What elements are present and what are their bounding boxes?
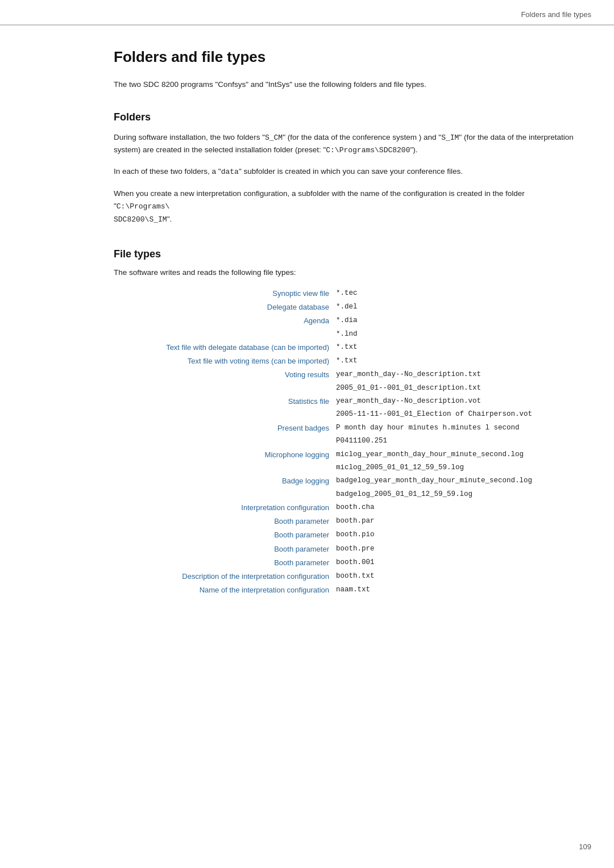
- page-header: Folders and file types: [0, 0, 614, 25]
- file-type-label: Statistics file: [114, 395, 336, 422]
- file-type-value: booth.001: [336, 556, 580, 570]
- filetypes-title: File types: [114, 248, 580, 260]
- file-type-label: Synoptic view file: [114, 287, 336, 301]
- folders-para-2: In each of these two folders, a "data" s…: [114, 165, 580, 178]
- file-type-value: 2005-11-11--001_01_Election of Chairpers…: [336, 408, 580, 421]
- table-row: Interpretation configurationbooth.cha: [114, 501, 580, 515]
- file-type-value: *.dia: [336, 314, 580, 327]
- folders-section: Folders During software installation, th…: [114, 111, 580, 226]
- table-row: Booth parameterbooth.pre: [114, 542, 580, 556]
- file-type-value: badgelog_year_month_day_hour_minute_seco…: [336, 474, 580, 487]
- file-type-value: booth.cha: [336, 501, 580, 515]
- file-type-value: 2005_01_01--001_01_description.txt: [336, 382, 580, 395]
- file-type-value: *.tec: [336, 287, 580, 301]
- filetypes-section: File types The software writes and reads…: [114, 248, 580, 597]
- file-type-value: *.lnd: [336, 328, 580, 341]
- table-row: Voting resultsyear_month_day--No_descrip…: [114, 368, 580, 381]
- table-row: Name of the interpretation configuration…: [114, 583, 580, 597]
- file-type-label: Microphone logging: [114, 448, 336, 475]
- table-row: Agenda*.dia: [114, 314, 580, 327]
- file-type-value: booth.pre: [336, 542, 580, 556]
- header-text: Folders and file types: [521, 10, 591, 19]
- file-type-label: Description of the interpretation config…: [114, 570, 336, 583]
- file-type-value: P0411100.251: [336, 435, 580, 448]
- file-type-value: badgelog_2005_01_01_12_59_59.log: [336, 488, 580, 501]
- file-type-label: Booth parameter: [114, 515, 336, 528]
- file-type-label: Interpretation configuration: [114, 501, 336, 515]
- file-type-label: Booth parameter: [114, 542, 336, 556]
- filetypes-intro: The software writes and reads the follow…: [114, 268, 580, 277]
- file-type-label: Present badges: [114, 422, 336, 448]
- table-row: Booth parameterbooth.001: [114, 556, 580, 570]
- file-type-value: *.txt: [336, 354, 580, 368]
- file-type-value: *.txt: [336, 341, 580, 354]
- file-type-value: miclog_year_month_day_hour_minute_second…: [336, 448, 580, 461]
- file-type-label: Booth parameter: [114, 556, 336, 570]
- file-type-label: Text file with delegate database (can be…: [114, 341, 336, 354]
- file-type-value: booth.txt: [336, 570, 580, 583]
- table-row: Text file with delegate database (can be…: [114, 341, 580, 354]
- folders-para-1: During software installation, the two fo…: [114, 131, 580, 157]
- file-type-value: *.del: [336, 301, 580, 314]
- file-type-label: Name of the interpretation configuration: [114, 583, 336, 597]
- file-type-value: year_month_day--No_description.vot: [336, 395, 580, 408]
- table-row: Text file with voting items (can be impo…: [114, 354, 580, 368]
- file-type-value: naam.txt: [336, 583, 580, 597]
- page-title: Folders and file types: [114, 48, 580, 66]
- table-row: Synoptic view file*.tec: [114, 287, 580, 301]
- table-row: Microphone loggingmiclog_year_month_day_…: [114, 448, 580, 461]
- folders-para-3: When you create a new interpretation con…: [114, 187, 580, 226]
- folders-title: Folders: [114, 111, 580, 123]
- file-type-value: miclog_2005_01_01_12_59_59.log: [336, 461, 580, 474]
- file-type-label: Text file with voting items (can be impo…: [114, 354, 336, 368]
- file-type-label: Delegate database: [114, 301, 336, 314]
- table-row: Delegate database*.del: [114, 301, 580, 314]
- main-content: Folders and file types The two SDC 8200 …: [0, 26, 614, 631]
- table-row: Present badgesP month day hour minutes h…: [114, 422, 580, 435]
- file-type-label: Badge logging: [114, 474, 336, 501]
- page-number: 109: [579, 842, 591, 851]
- table-row: Description of the interpretation config…: [114, 570, 580, 583]
- file-type-label: Booth parameter: [114, 528, 336, 542]
- file-type-value: year_month_day--No_description.txt: [336, 368, 580, 381]
- table-row: Statistics fileyear_month_day--No_descri…: [114, 395, 580, 408]
- file-type-value: P month day hour minutes h.minutes l sec…: [336, 422, 580, 435]
- table-row: Booth parameterbooth.pio: [114, 528, 580, 542]
- table-row: Badge loggingbadgelog_year_month_day_hou…: [114, 474, 580, 487]
- file-type-label: Voting results: [114, 368, 336, 395]
- table-row: Booth parameterbooth.par: [114, 515, 580, 528]
- file-table: Synoptic view file*.tecDelegate database…: [114, 287, 580, 597]
- file-type-value: booth.par: [336, 515, 580, 528]
- file-type-label: Agenda: [114, 314, 336, 341]
- file-type-value: booth.pio: [336, 528, 580, 542]
- intro-text: The two SDC 8200 programs "Confsys" and …: [114, 78, 580, 91]
